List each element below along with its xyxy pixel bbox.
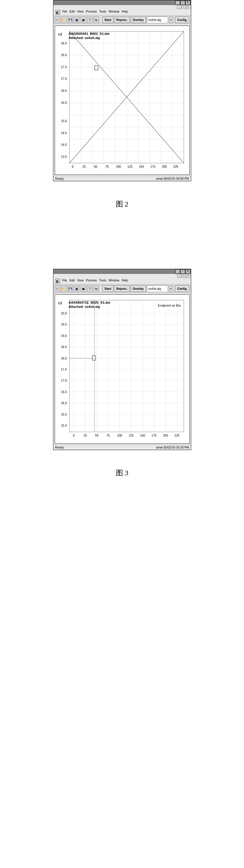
save-icon[interactable]: 💾 [67,285,73,292]
config-button[interactable]: Config. [175,17,189,23]
cursor-marker [95,65,98,70]
status-right: amat 06/02/15 04:58 PM [156,177,189,180]
mdi-close-icon[interactable]: x [186,5,190,9]
y-tick: 13.5 [61,155,67,158]
mdi-restore-icon[interactable]: □ [182,5,186,9]
mdi-min-icon[interactable]: _ [177,274,181,278]
alg-dropdown[interactable]: mofsti.alg [147,285,168,292]
app-window-fig2: _ □ X _ □ x ◧ File Edit View Process Too… [53,0,191,181]
about-icon[interactable]: № [93,17,99,23]
about-icon[interactable]: № [93,285,99,292]
cursor-marker [92,355,96,360]
menu-view[interactable]: View [77,10,84,15]
y-tick: 17.0 [61,77,67,81]
copy-icon[interactable]: ▣ [81,17,86,23]
x-axis: 0 25 50 75 100 125 150 175 200 225 [69,434,184,439]
reproc-button[interactable]: Reproc. [114,285,130,292]
y-tick: 16.5 [61,390,67,393]
x-tick: 25 [83,165,86,168]
y-tick: 14.0 [61,143,67,147]
figure-caption: 图 2 [53,199,191,209]
print-icon[interactable]: ▦ [74,17,80,23]
y-tick: 19.5 [61,323,67,326]
x-axis: 0 25 50 75 100 125 150 175 200 225 [69,165,184,170]
minimize-icon[interactable]: _ [175,1,180,5]
reproc-button[interactable]: Reproc. [114,17,130,23]
y-tick: 18.0 [61,53,67,57]
menu-file[interactable]: File [62,279,67,283]
mdi-restore-icon[interactable]: □ [182,274,186,278]
x-tick: 75 [106,434,110,437]
y-tick: 18.0 [61,356,67,360]
statusbar: Ready amat 06/02/15 04:58 PM [54,176,191,181]
y-tick: 15.0 [61,119,67,123]
menu-file[interactable]: File [62,10,67,15]
overlay-button[interactable]: Overlay [130,17,146,23]
y-tick: 17.5 [61,368,67,371]
menu-edit[interactable]: Edit [70,279,75,283]
titlebar: _ □ X [54,0,191,5]
y-tick: 17.5 [61,65,67,68]
save-icon[interactable]: 💾 [67,17,73,23]
y-tick: 16.0 [61,101,67,104]
plot-frame: I.2 AA5X80471E_B026_S1.dat Attached: ux4… [55,294,190,444]
config-button[interactable]: Config. [175,285,189,292]
menubar: ◧ File Edit View Process Tools Window He… [54,278,191,284]
menu-window[interactable]: Window [109,279,119,283]
x-tick: 125 [128,434,133,437]
y-tick: 16.5 [61,89,67,92]
menu-window[interactable]: Window [109,10,119,15]
print-icon[interactable]: ▦ [74,285,80,292]
x-tick: 100 [117,434,122,437]
x-tick: 0 [72,165,73,168]
minimize-icon[interactable]: _ [175,270,180,274]
chevron-down-icon[interactable]: ▾ [169,17,173,23]
y-tick: 14.5 [61,131,67,134]
figure-caption: 图 3 [53,468,191,478]
copy-icon[interactable]: ▣ [81,285,86,292]
close-icon[interactable]: X [185,270,190,274]
x-tick: 25 [84,434,87,437]
menu-edit[interactable]: Edit [70,10,75,15]
chevron-down-icon[interactable]: ▾ [169,285,173,292]
y-tick: 18.5 [61,345,67,349]
mdi-controls: _ □ x [54,5,191,9]
maximize-icon[interactable]: □ [180,1,185,5]
open-icon[interactable]: 📂 [61,17,67,23]
y-axis: 20.0 19.5 19.0 18.5 18.0 17.5 17.0 16.5 … [57,300,68,432]
y-tick: 18.5 [61,41,67,45]
menu-process[interactable]: Process [86,10,97,15]
help-icon[interactable]: ? [87,17,93,23]
y-tick: 19.0 [61,334,67,337]
x-tick: 50 [95,434,98,437]
app-icon: ◧ [55,279,60,283]
svg-rect-45 [69,300,184,432]
mdi-min-icon[interactable]: _ [177,5,181,9]
status-left: Ready [55,446,64,449]
start-button[interactable]: Start [102,17,114,23]
x-tick: 225 [173,165,178,168]
x-tick: 175 [152,434,157,437]
x-tick: 150 [139,165,144,168]
maximize-icon[interactable]: □ [180,270,185,274]
new-icon[interactable]: □ [55,17,60,23]
menu-view[interactable]: View [77,279,84,283]
menu-help[interactable]: Help [122,279,128,283]
chart-area [69,31,184,163]
menu-process[interactable]: Process [86,279,97,283]
statusbar: Ready amat 05/02/16 03:26 PM [54,445,191,450]
new-icon[interactable]: □ [55,285,60,292]
overlay-button[interactable]: Overlay [130,285,146,292]
mdi-close-icon[interactable]: x [186,274,190,278]
status-right: amat 05/02/16 03:26 PM [156,446,189,449]
alg-dropdown[interactable]: mofsti.alg [147,17,168,23]
close-icon[interactable]: X [185,1,190,5]
menu-tools[interactable]: Tools [99,279,106,283]
x-tick: 125 [127,165,133,168]
open-icon[interactable]: 📂 [61,285,67,292]
start-button[interactable]: Start [102,285,114,292]
menu-help[interactable]: Help [122,10,128,15]
menu-tools[interactable]: Tools [99,10,106,15]
help-icon[interactable]: ? [87,285,93,292]
app-window-fig3: _ □ X _ □ x ◧ File Edit View Process Too… [53,269,191,450]
